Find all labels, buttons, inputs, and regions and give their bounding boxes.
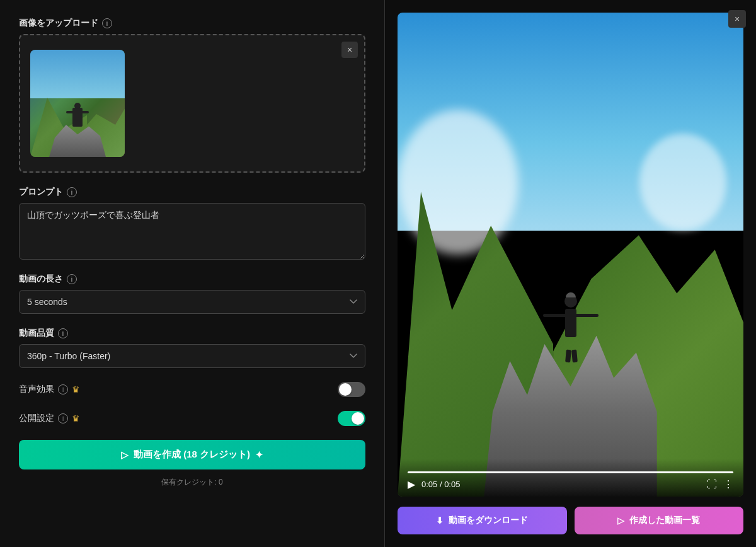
time-display: 0:05 / 0:05: [421, 480, 460, 489]
upload-section: 画像をアップロード i ×: [19, 18, 365, 173]
credits-display: 保有クレジット: 0: [19, 477, 365, 488]
gallery-icon: ▷: [617, 515, 624, 526]
duration-select[interactable]: 5 seconds 10 seconds 15 seconds: [19, 290, 365, 314]
sound-info-icon[interactable]: i: [58, 384, 68, 394]
visibility-crown-icon: ♛: [72, 413, 80, 423]
video-scene: [398, 13, 743, 497]
upload-info-icon[interactable]: i: [102, 18, 112, 28]
sound-toggle[interactable]: [338, 382, 365, 397]
vs-figure-arms: [543, 314, 598, 317]
sound-toggle-knob: [339, 383, 352, 396]
create-button[interactable]: ▷ 動画を作成 (18 クレジット) ✦: [19, 440, 365, 469]
duration-info-icon[interactable]: i: [67, 274, 77, 284]
download-button[interactable]: ⬇ 動画をダウンロード: [398, 507, 567, 534]
video-preview: ▶ 0:05 / 0:05 ⛶ ⋮: [398, 13, 743, 497]
upload-clear-button[interactable]: ×: [341, 42, 358, 58]
duration-label: 動画の長さ i: [19, 274, 365, 285]
progress-fill: [408, 471, 733, 473]
quality-info-icon[interactable]: i: [58, 328, 68, 338]
uploaded-image-preview: [30, 50, 125, 157]
bottom-buttons: ⬇ 動画をダウンロード ▷ 作成した動画一覧: [398, 507, 743, 534]
quality-label: 動画品質 i: [19, 328, 365, 339]
controls-right: ⛶ ⋮: [707, 478, 733, 490]
duration-section: 動画の長さ i 5 seconds 10 seconds 15 seconds: [19, 274, 365, 314]
vs-clouds-left: [398, 110, 518, 255]
sound-crown-icon: ♛: [72, 384, 80, 394]
prompt-info-icon[interactable]: i: [67, 187, 77, 197]
sparkle-icon: ✦: [255, 449, 263, 461]
prompt-input[interactable]: 山頂でガッツポーズで喜ぶ登山者: [19, 203, 365, 260]
gallery-button[interactable]: ▷ 作成した動画一覧: [575, 507, 744, 534]
more-options-button[interactable]: ⋮: [723, 478, 733, 490]
upload-label: 画像をアップロード i: [19, 18, 365, 29]
vs-figure: [564, 295, 577, 337]
visibility-toggle-knob: [352, 412, 364, 425]
play-button[interactable]: ▶: [408, 478, 415, 490]
close-button[interactable]: ×: [728, 10, 746, 28]
progress-track[interactable]: [408, 471, 733, 473]
quality-select[interactable]: 360p - Turbo (Faster) 720p - Standard 10…: [19, 344, 365, 368]
visibility-toggle[interactable]: [338, 411, 365, 426]
download-icon: ⬇: [436, 515, 444, 526]
img-figure: [72, 108, 83, 127]
controls-row: ▶ 0:05 / 0:05 ⛶ ⋮: [408, 478, 733, 490]
video-controls: ▶ 0:05 / 0:05 ⛶ ⋮: [398, 459, 743, 497]
sound-label: 音声効果 i ♛: [19, 384, 80, 395]
prompt-section: プロンプト i 山頂でガッツポーズで喜ぶ登山者: [19, 187, 365, 260]
visibility-info-icon[interactable]: i: [58, 413, 68, 423]
visibility-label: 公開設定 i ♛: [19, 413, 80, 424]
img-sky: [30, 50, 125, 98]
controls-left: ▶ 0:05 / 0:05: [408, 478, 460, 490]
upload-dropzone[interactable]: ×: [19, 34, 365, 173]
left-panel: 画像をアップロード i × プロンプト i 山頂でガッツポーズで喜ぶ登山者 動画…: [0, 0, 384, 547]
prompt-label: プロンプト i: [19, 187, 365, 198]
vs-figure-body: [565, 309, 576, 337]
quality-section: 動画品質 i 360p - Turbo (Faster) 720p - Stan…: [19, 328, 365, 368]
fullscreen-button[interactable]: ⛶: [707, 479, 717, 490]
visibility-toggle-row: 公開設定 i ♛: [19, 411, 365, 426]
create-icon: ▷: [121, 449, 129, 461]
vs-figure-head: [564, 295, 577, 308]
sound-toggle-row: 音声効果 i ♛: [19, 382, 365, 397]
right-panel: × ▶ 0:05: [385, 0, 756, 547]
vs-clouds-right: [639, 134, 726, 231]
